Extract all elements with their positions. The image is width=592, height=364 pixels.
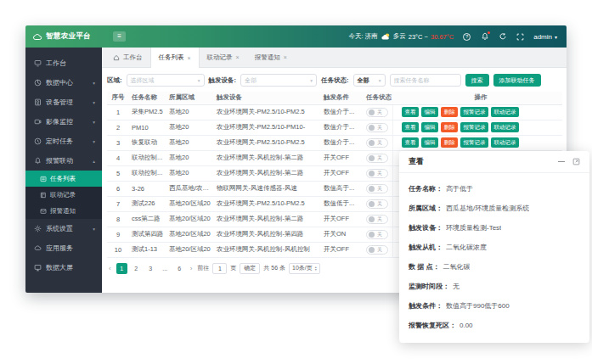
action-delete-button[interactable]: 删除: [441, 107, 458, 117]
modal-body: 任务名称：高于低于 所属区域：西瓜基地/环境质量检测系统 触发设备：环境质量检测…: [399, 173, 589, 343]
status-toggle[interactable]: 关: [366, 245, 388, 255]
cell-trigger-condition: 数值介于...: [321, 135, 364, 150]
minimize-icon[interactable]: [558, 161, 565, 163]
add-linkage-task-button[interactable]: 添加联动任务: [493, 74, 541, 87]
expand-icon[interactable]: [572, 158, 580, 165]
cell-sliver: [392, 196, 399, 211]
tab-alarm-notify[interactable]: 报警通知 ×: [247, 48, 295, 67]
prev-page-icon[interactable]: ‹: [107, 265, 113, 272]
weather-cloud-icon: [381, 32, 391, 41]
sidebar-item-device-manage[interactable]: 设备管理 ▾: [25, 92, 102, 112]
field-value: 数值高于990低于600: [446, 301, 510, 311]
action-view-button[interactable]: 查看: [402, 122, 419, 132]
sidebar-item-data-center[interactable]: 数据中心 ▾: [25, 73, 102, 92]
field-label: 触发从机：: [409, 243, 443, 252]
sidebar-item-data-screen[interactable]: 数据大屏: [25, 258, 102, 277]
chevron-down-icon: ▾: [93, 120, 95, 125]
action-alarm-record-button[interactable]: 报警记录: [460, 137, 488, 148]
status-toggle[interactable]: 关: [366, 138, 388, 148]
status-toggle[interactable]: 关: [366, 215, 388, 224]
sidebar-item-linkage-records[interactable]: 联动记录: [25, 187, 102, 203]
help-icon[interactable]: ?: [462, 32, 471, 42]
pie-chart-icon: [34, 79, 42, 87]
table-header-row: 序号 任务名称 所属区域 触发设备 触发条件 任务状态 操作: [107, 92, 562, 104]
notifications-bell-icon[interactable]: [480, 32, 489, 42]
action-linkage-record-button[interactable]: 联动记录: [491, 122, 519, 132]
region-select[interactable]: 选择区域 ▾: [127, 74, 205, 87]
next-page-icon[interactable]: ›: [189, 265, 195, 272]
fullscreen-icon[interactable]: [516, 32, 525, 42]
page-3[interactable]: 3: [145, 263, 156, 274]
task-status-select[interactable]: 全部 ▾: [353, 74, 386, 87]
close-icon[interactable]: ×: [284, 54, 287, 60]
col-name: 任务名称: [129, 92, 166, 104]
action-view-button[interactable]: 查看: [402, 137, 419, 148]
tab-linkage-records[interactable]: 联动记录 ×: [200, 48, 247, 67]
status-toggle[interactable]: 关: [366, 199, 388, 209]
status-toggle[interactable]: 关: [366, 154, 388, 163]
action-alarm-record-button[interactable]: 报警记录: [460, 107, 488, 117]
confirm-button[interactable]: 确定: [240, 263, 260, 274]
tab-workbench[interactable]: 工作台: [105, 48, 150, 67]
toggle-knob: [369, 155, 375, 161]
sidebar-item-task-list[interactable]: 任务列表: [25, 171, 102, 187]
field-value: 无: [453, 282, 460, 291]
action-edit-button[interactable]: 编辑: [421, 137, 438, 148]
cell-task-name: 恢复联动: [129, 135, 166, 150]
action-view-button[interactable]: 查看: [402, 107, 419, 117]
sidebar-item-timed-tasks[interactable]: 定时任务 ▾: [25, 132, 102, 151]
cell-num: 8: [107, 211, 129, 227]
action-edit-button[interactable]: 编辑: [421, 122, 438, 132]
status-toggle[interactable]: 关: [366, 123, 388, 132]
sidebar-collapse-button[interactable]: ≡: [113, 31, 126, 42]
action-delete-button[interactable]: 删除: [441, 137, 458, 148]
action-linkage-record-button[interactable]: 联动记录: [491, 137, 519, 148]
sidebar-item-alarm-notify[interactable]: 报警通知: [25, 203, 102, 219]
home-icon: [113, 54, 120, 61]
cell-trigger-condition: 开关OFF: [321, 242, 364, 257]
toggle-knob: [369, 109, 375, 115]
sidebar-item-alarm-linkage[interactable]: 报警联动 ▴: [25, 151, 102, 171]
goto-label: 前往: [197, 264, 209, 272]
page-1[interactable]: 1: [116, 263, 127, 274]
page-size-select[interactable]: 10条/页 ▴▾: [289, 263, 320, 274]
cell-task-status: 关: [364, 165, 392, 181]
gear-icon: [34, 225, 42, 232]
status-toggle[interactable]: 关: [366, 169, 388, 178]
cell-trigger-device: 物联网网关-风速传感器-风速: [214, 181, 321, 196]
action-alarm-record-button[interactable]: 报警记录: [460, 122, 488, 132]
cell-num: 1: [107, 104, 129, 120]
book-icon: [40, 192, 47, 199]
cell-num: 7: [107, 196, 129, 211]
trigger-device-select[interactable]: 全部 ▾: [240, 74, 317, 87]
goto-page-input[interactable]: [212, 263, 227, 274]
sidebar-item-workbench[interactable]: 工作台: [25, 53, 102, 73]
sidebar-item-app-services[interactable]: 应用服务: [25, 238, 102, 258]
sidebar-item-system-settings[interactable]: 系统设置 ▾: [25, 219, 102, 238]
tab-task-list[interactable]: 任务列表 ×: [150, 48, 200, 68]
user-menu[interactable]: admin ▾: [533, 33, 557, 41]
page-2[interactable]: 2: [131, 263, 142, 274]
close-icon[interactable]: ×: [236, 54, 240, 60]
status-toggle[interactable]: 关: [366, 108, 388, 117]
status-toggle[interactable]: 关: [366, 230, 388, 239]
action-edit-button[interactable]: 编辑: [421, 107, 438, 117]
weather-widget: 今天: 济南 多云 23°C ~ 30.67°C: [349, 32, 454, 41]
toggle-knob: [369, 186, 375, 192]
action-delete-button[interactable]: 删除: [441, 122, 458, 132]
page-6[interactable]: 6: [174, 263, 185, 274]
status-toggle[interactable]: 关: [366, 184, 388, 193]
username: admin: [533, 33, 552, 41]
device-icon: [34, 98, 42, 106]
temp-high: 30.67°C: [431, 33, 454, 41]
sidebar-item-video-monitor[interactable]: 影像监控 ▾: [25, 112, 102, 132]
search-input[interactable]: [390, 74, 461, 87]
search-button[interactable]: 搜索: [465, 74, 489, 87]
action-linkage-record-button[interactable]: 联动记录: [491, 107, 519, 117]
page-ellipsis: ...: [160, 263, 171, 274]
close-icon[interactable]: ×: [188, 55, 191, 61]
cell-num: 10: [107, 242, 129, 257]
big-screen-icon: [34, 264, 42, 272]
cell-trigger-device: 农业环境网关-风机控制-第二路: [214, 165, 321, 181]
refresh-icon[interactable]: [498, 32, 507, 42]
